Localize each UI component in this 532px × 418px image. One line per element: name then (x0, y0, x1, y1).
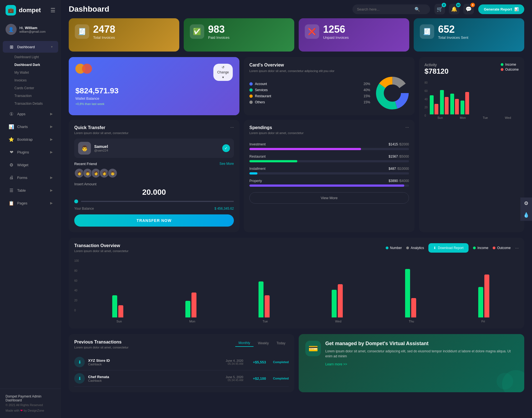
transfer-now-button[interactable]: TRANSFER NOW (74, 214, 234, 227)
bell-icon-btn[interactable]: 🔔 12 (449, 4, 459, 14)
transaction-overview-card: Transaction Overview Lorem ipsum dolor s… (69, 238, 524, 329)
mini-avatar-5[interactable]: 👨 (108, 168, 117, 178)
legend-label-restaurant: Restaurant (255, 94, 271, 98)
nav-item-charts[interactable]: 📊 Charts ▶ (3, 121, 58, 132)
header-icons: 🛒 2 🔔 12 💬 8 (434, 4, 474, 14)
progress-fill-1 (249, 160, 297, 162)
virtual-assistant-card: 💳 Get managed by Dompet's Virtual Assist… (299, 334, 524, 392)
nav-item-widget[interactable]: ⚙ Widget (3, 159, 58, 171)
nav-item-apps[interactable]: ① Apps ▶ (3, 108, 58, 120)
nav-label-dashboard: Dashboard (17, 45, 48, 49)
see-more-link[interactable]: See More (219, 162, 234, 166)
legend-pct-restaurant: 15% (364, 94, 370, 98)
cart-badge: 2 (442, 3, 446, 7)
sub-dashboard-light[interactable]: Dashboard Light (14, 53, 61, 61)
logo-text: dompet (19, 7, 41, 14)
nav-item-forms[interactable]: 🖨 Forms ▶ (3, 172, 58, 183)
number-dot (386, 247, 388, 249)
transaction-overview-wrapper: Transaction Overview Lorem ipsum dolor s… (61, 238, 532, 334)
va-learn-more[interactable]: Learn more >> (325, 362, 347, 366)
insert-amount: Insert Amount 20.000 (74, 182, 234, 203)
transfer-user-name: Samuel (94, 144, 108, 149)
refresh-icon: ↺ (222, 65, 224, 69)
view-more-button[interactable]: View More (249, 192, 409, 204)
nav-item-bootstrap[interactable]: ⭐ Bootstrap ▶ (3, 134, 58, 145)
to-income-chip: Income (473, 246, 488, 250)
message-icon-btn[interactable]: 💬 8 (463, 4, 474, 14)
pt-header: Previous Transactions Lorem ipsum dolor … (74, 340, 289, 353)
to-bar-red-0 (118, 305, 123, 317)
tab-weekly[interactable]: Weekly (255, 340, 272, 347)
to-x-labels: Sun Mon Tue Wed Thu Fri (83, 320, 519, 323)
bottom-row: Quick Transfer Lorem ipsum dolor sit ame… (69, 120, 415, 232)
nav-label-apps: Apps (17, 112, 47, 116)
number-label: Number (390, 246, 402, 250)
heart-icon: ❤ (20, 409, 24, 412)
sub-cards-center[interactable]: Cards Center (14, 84, 61, 92)
bar-red-0 (434, 104, 438, 114)
main-content: Dashboard 🔍 🛒 2 🔔 12 💬 8 Generate Report… (61, 0, 532, 418)
legend-dot-services (249, 88, 253, 92)
spending-installment: Installment $487 /$10000 (249, 167, 409, 175)
progress-fill-2 (249, 172, 257, 175)
stat-card-total: 🧾 2478 Total Invoices (69, 18, 179, 52)
hamburger-menu[interactable]: ☰ (50, 7, 55, 14)
tr-info-0: XYZ Store ID Cashback (88, 358, 222, 366)
transaction-row-1: ⬇ Chef Renata Cashback June 5, 2020 05:3… (74, 370, 289, 387)
spending-total-0: /$2000 (398, 142, 409, 146)
spendings-menu[interactable]: ⋯ (405, 125, 409, 129)
progress-fill-3 (249, 184, 404, 187)
tab-monthly[interactable]: Monthly (235, 340, 254, 347)
wallet-label: Wallet Balance (75, 96, 233, 101)
nav-item-plugins[interactable]: ❤ Plugins ▶ (3, 146, 58, 158)
settings-side-button[interactable]: ⚙ (520, 198, 532, 209)
nav-item-table[interactable]: ☰ Table ▶ (3, 184, 58, 196)
to-menu[interactable]: ⋯ (515, 246, 519, 250)
tr-icon-1: ⬇ (74, 373, 85, 384)
tr-date-0: June 4, 2020 (226, 359, 243, 362)
change-button[interactable]: ↺ Change ▾ (213, 64, 233, 81)
stat-icon-total: 🧾 (75, 24, 89, 39)
quick-transfer-card: Quick Transfer Lorem ipsum dolor sit ame… (69, 120, 239, 232)
tr-name-1: Chef Renata (88, 375, 222, 379)
middle-section: ↺ Change ▾ $824,571.93 Wallet Balance +0… (61, 57, 532, 238)
avatars-row: 👩 👨 👩 👩 👨 (74, 168, 234, 178)
bootstrap-icon: ⭐ (8, 136, 14, 142)
theme-side-button[interactable]: 💧 (520, 209, 532, 221)
sub-my-wallet[interactable]: My Wallet (14, 69, 61, 76)
cart-icon-btn[interactable]: 🛒 2 (434, 4, 445, 14)
sidebar-logo: 💼 dompet ☰ (0, 0, 61, 20)
to-outcome-chip: Outcome (493, 246, 511, 250)
nav-item-pages[interactable]: 📋 Pages ▶ (3, 197, 58, 209)
stat-label-paid: Paid Invoices (208, 35, 229, 40)
sub-transaction-details[interactable]: Transaction Details (14, 100, 61, 107)
stat-label-total: Total Invoices (93, 35, 115, 40)
spending-restaurant: Restaurant $1567 /$5000 (249, 155, 409, 162)
tr-amount-1: +$2,100 (247, 376, 266, 381)
tr-date-1: June 5, 2020 (226, 375, 243, 379)
spending-amt-1: $1567 (389, 155, 398, 158)
bar-green-0 (430, 95, 434, 114)
donut-title: Card's Overview (249, 63, 409, 68)
user-greeting: Hi, William (19, 26, 45, 30)
spending-amt-0: $1415 (389, 142, 398, 146)
tab-today[interactable]: Today (273, 340, 289, 347)
legend-dot-account (249, 82, 253, 86)
tr-date-col-0: June 4, 2020 05:34:45 AM (226, 359, 243, 365)
to-outcome-label: Outcome (497, 246, 511, 250)
sub-invoices[interactable]: Invoices (14, 76, 61, 84)
to-bar-green-0 (112, 295, 117, 317)
search-icon: 🔍 (415, 7, 420, 12)
quick-transfer-desc: Lorem ipsum dolor sit amet, consectetur (74, 131, 129, 135)
income-dot (501, 63, 503, 66)
nav-item-dashboard[interactable]: ⊞ Dashboard ▾ (3, 41, 58, 53)
amount-slider[interactable] (74, 199, 234, 203)
download-report-button[interactable]: ⬇ Download Report (428, 243, 469, 253)
sub-dashboard-dark[interactable]: Dashboard Dark (14, 61, 61, 69)
charts-icon: 📊 (8, 124, 14, 130)
quick-transfer-menu[interactable]: ⋯ (230, 125, 234, 129)
stat-number-total: 2478 (93, 24, 115, 34)
search-input[interactable] (357, 7, 412, 11)
sub-transaction[interactable]: Transaction (14, 92, 61, 100)
generate-report-button[interactable]: Generate Report 📊 (478, 4, 524, 14)
